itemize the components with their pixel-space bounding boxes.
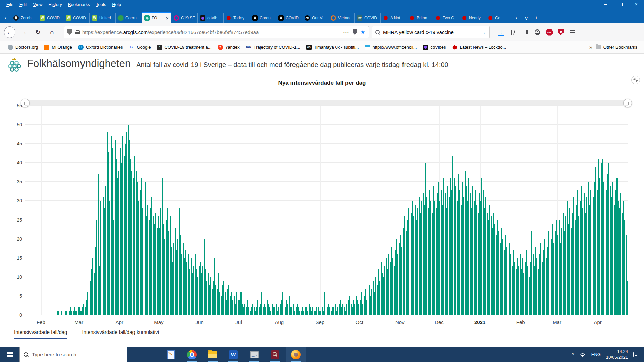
bookmark-item[interactable]: https://www.officeholi... xyxy=(362,43,420,51)
back-button[interactable]: ← xyxy=(4,26,15,38)
tab-label: Vietna xyxy=(338,16,352,20)
tab-label: COVID xyxy=(364,16,378,20)
browser-tab[interactable]: FO× xyxy=(142,12,171,23)
bookmark-item[interactable]: OOxford Dictionaries xyxy=(75,43,126,51)
tabs-scroll-left-icon[interactable]: ‹ xyxy=(1,13,11,23)
close-button[interactable]: × xyxy=(629,0,644,9)
bookmark-item[interactable]: *COVID-19 treatment a... xyxy=(154,43,214,51)
page-actions-icon[interactable]: ··· xyxy=(343,29,350,35)
search-go-icon[interactable]: → xyxy=(480,28,486,36)
chart-bars-layer[interactable] xyxy=(25,106,628,315)
browser-tab[interactable]: WCOVID xyxy=(63,13,89,23)
reload-button[interactable]: ↻ xyxy=(32,26,44,38)
worldometer-favicon: W xyxy=(92,15,97,21)
new-tab-button[interactable]: + xyxy=(531,13,541,23)
bookmark-item[interactable]: Latest News – Lockdo... xyxy=(449,43,509,51)
taskbar-chrome[interactable] xyxy=(182,347,202,362)
spiral-favicon xyxy=(331,15,336,21)
chrome-icon xyxy=(187,350,197,359)
chart-view-tab[interactable]: Intensivvårdade fall/dag xyxy=(14,329,67,339)
browser-tab[interactable]: WUnited xyxy=(89,13,115,23)
downloads-icon[interactable]: ↓ xyxy=(498,29,504,36)
tray-expand-icon[interactable]: ^ xyxy=(572,352,574,357)
y-tick-label: 15 xyxy=(3,255,22,261)
tab-label: United xyxy=(99,16,113,20)
taskbar-search-input[interactable]: Type here to search xyxy=(19,347,127,362)
browser-tab[interactable]: čWCOVID xyxy=(354,13,380,23)
search-query[interactable]: MHRA yellow card c-19 vaccine xyxy=(383,29,477,35)
browser-tab[interactable]: Go xyxy=(485,13,511,23)
taskbar-monitor-app[interactable] xyxy=(244,347,264,362)
browser-tab[interactable]: ♛COVID xyxy=(276,13,302,23)
menu-file[interactable]: File xyxy=(3,1,16,8)
menu-bookmarks[interactable]: Bookmarks xyxy=(65,1,93,8)
browser-tab[interactable]: Two C xyxy=(433,13,459,23)
url-bar[interactable]: https://experience.arcgis.com/experience… xyxy=(64,26,369,38)
x-tick-label: Jun xyxy=(195,319,203,325)
permissions-shield-icon[interactable] xyxy=(67,29,72,35)
account-icon[interactable] xyxy=(534,29,541,36)
language-indicator[interactable]: ENG xyxy=(591,352,601,357)
library-icon[interactable] xyxy=(510,29,517,36)
system-tray: ^ ENG 14:24 10/05/2021 xyxy=(572,349,644,360)
action-center-icon[interactable] xyxy=(633,352,639,357)
home-button[interactable]: ⌂ xyxy=(46,26,58,38)
browser-tab[interactable]: Briton xyxy=(407,13,433,23)
bookmark-item[interactable]: OSTimanfaya 0x - subtitl... xyxy=(303,43,362,51)
search-bar[interactable]: MHRA yellow card c-19 vaccine → xyxy=(372,26,490,38)
bookmarks-overflow-icon[interactable]: » xyxy=(586,44,596,50)
bookmark-item[interactable]: Doctors.org xyxy=(5,43,41,51)
bookmark-item[interactable]: coVibes xyxy=(420,43,449,51)
browser-tab[interactable]: Nearly xyxy=(459,13,485,23)
tab-label: Zeroh xyxy=(21,16,35,20)
menu-help[interactable]: Help xyxy=(109,1,124,8)
browser-tab[interactable]: Coron xyxy=(115,13,142,23)
forward-button[interactable]: → xyxy=(18,26,30,38)
bookmark-item[interactable]: Mi Orange xyxy=(41,43,75,51)
browser-tab[interactable]: C19.SE xyxy=(171,13,197,23)
tabs-scroll-right-icon[interactable]: › xyxy=(511,13,521,23)
browser-tab[interactable]: Today xyxy=(223,13,250,23)
menu-view[interactable]: View xyxy=(30,1,45,8)
taskbar-clock[interactable]: 14:24 10/05/2021 xyxy=(606,349,628,360)
wifi-icon[interactable] xyxy=(579,352,586,357)
google-favicon: G xyxy=(129,45,134,50)
browser-tab[interactable]: coVib xyxy=(197,13,223,23)
browser-tab[interactable]: Vietna xyxy=(328,13,354,23)
privacy-shield-icon[interactable] xyxy=(558,29,564,35)
tab-close-icon[interactable]: × xyxy=(166,15,169,21)
browser-tab[interactable]: ♛Coron xyxy=(250,13,276,23)
taskbar-file-explorer[interactable] xyxy=(203,347,223,362)
search-icon xyxy=(24,352,29,357)
sidebar-icon[interactable] xyxy=(522,29,529,36)
browser-tab[interactable]: WCOVID xyxy=(37,13,63,23)
bookmark-item[interactable]: YYandex xyxy=(215,43,243,51)
browser-tab[interactable]: ƟZeroh xyxy=(11,13,37,23)
start-button[interactable] xyxy=(0,347,19,362)
taskbar-pdf-app[interactable] xyxy=(265,347,285,362)
taskbar-firefox[interactable] xyxy=(286,347,306,362)
yandex-favicon: Y xyxy=(218,45,223,50)
minimize-button[interactable] xyxy=(598,0,613,9)
restore-button[interactable] xyxy=(613,0,629,9)
taskbar-word[interactable]: W xyxy=(223,347,244,362)
menu-tools[interactable]: Tools xyxy=(93,1,109,8)
folkhalsomyndigheten-logo xyxy=(7,58,21,74)
browser-tab[interactable]: A Not xyxy=(380,13,407,23)
pocket-shield-icon[interactable] xyxy=(353,29,357,35)
bookmark-star-icon[interactable]: ★ xyxy=(360,28,365,36)
browser-tab[interactable]: CMOur Vi xyxy=(302,13,328,23)
tabs-list-icon[interactable]: ∨ xyxy=(521,13,531,23)
govuk-crown-favicon: ♛ xyxy=(252,15,258,21)
adblock-plus-icon[interactable]: ABP xyxy=(546,29,553,36)
bookmark-item[interactable]: mRTrajectory of COVID-1... xyxy=(243,43,303,51)
taskbar-notes-app[interactable] xyxy=(161,347,181,362)
chart-title: Nya intensivvårdade fall per dag xyxy=(0,80,644,86)
tab-label: Coron xyxy=(260,16,273,20)
menu-history[interactable]: History xyxy=(45,1,65,8)
menu-edit[interactable]: Edit xyxy=(16,1,30,8)
chart-view-tab[interactable]: Intensivvårdade fall/dag kumulativt xyxy=(82,329,159,339)
menu-hamburger-icon[interactable] xyxy=(569,29,576,36)
bookmark-item[interactable]: GGoogle xyxy=(126,43,154,51)
other-bookmarks-button[interactable]: Other Bookmarks xyxy=(596,45,639,50)
